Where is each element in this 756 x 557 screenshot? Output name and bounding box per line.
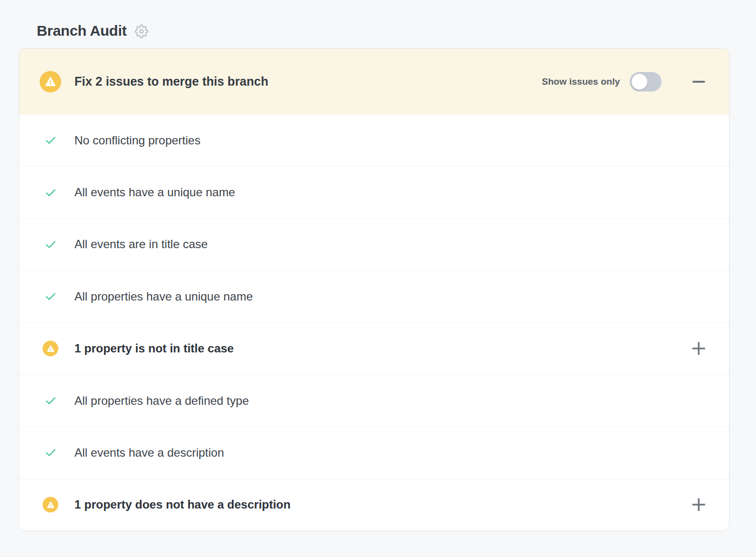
toggle-knob [632,74,647,90]
audit-row-label: All properties have a defined type [74,394,709,408]
audit-row-label: All events have a unique name [74,186,709,199]
audit-list: No conflicting properties All events hav… [19,115,729,531]
audit-row: 1 property does not have a description [19,479,729,531]
audit-summary-banner: Fix 2 issues to merge this branch Show i… [19,48,729,115]
branch-audit-card: Fix 2 issues to merge this branch Show i… [19,48,730,531]
audit-summary-message: Fix 2 issues to merge this branch [74,74,542,89]
expand-row-button[interactable] [688,338,709,359]
collapse-panel-button[interactable] [688,71,709,93]
warning-icon [43,341,58,356]
expand-row-button[interactable] [688,494,709,515]
show-issues-only-label: Show issues only [542,76,620,87]
audit-row-label: No conflicting properties [74,134,709,147]
check-icon [44,134,57,147]
audit-row: All events are in title case [19,218,729,270]
audit-row: No conflicting properties [19,115,729,166]
audit-row: All properties have a unique name [19,270,729,322]
warning-icon [43,497,58,512]
page-header: Branch Audit [0,0,756,48]
audit-row-label: All events have a description [74,446,709,460]
check-icon [44,238,57,251]
show-issues-only-toggle[interactable] [630,72,662,92]
audit-row-label: All properties have a unique name [74,290,709,303]
page-title: Branch Audit [37,23,127,39]
check-icon [44,186,57,199]
audit-row: All properties have a defined type [19,374,729,426]
check-icon [44,290,57,303]
audit-row-label: All events are in title case [74,237,709,251]
audit-row-label: 1 property does not have a description [74,498,688,511]
audit-row-label: 1 property is not in title case [74,342,688,355]
audit-row: All events have a description [19,426,729,478]
check-icon [44,446,57,459]
minus-icon [692,81,705,83]
audit-row: All events have a unique name [19,166,729,218]
gear-icon[interactable] [135,24,148,38]
audit-row: 1 property is not in title case [19,323,729,374]
check-icon [44,394,57,407]
warning-icon [40,71,61,93]
